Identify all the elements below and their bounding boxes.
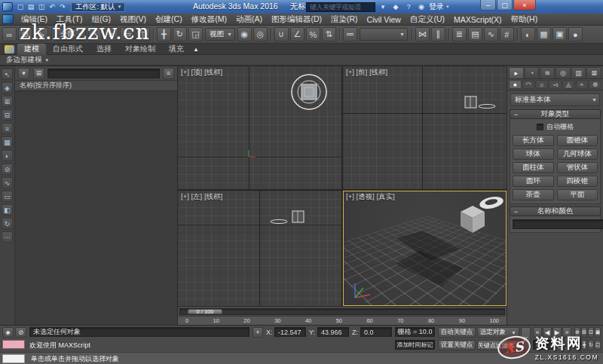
undo-icon[interactable]: ↶: [47, 2, 57, 12]
viewport-front[interactable]: [+] [前] [线框]: [343, 66, 507, 189]
spacewarps-category-icon[interactable]: ≈: [576, 80, 589, 89]
x-coordinate-field[interactable]: -12.547: [274, 327, 306, 337]
tab-modeling[interactable]: 建模: [17, 44, 46, 55]
explorer-more-icon[interactable]: ⋯: [2, 231, 13, 243]
explorer-pin-icon[interactable]: ◈: [2, 82, 13, 93]
edit-named-sets-icon[interactable]: ≔: [343, 27, 357, 41]
box-button[interactable]: 长方体: [513, 135, 554, 146]
menu-modifiers[interactable]: 修改器(M): [187, 14, 231, 26]
menu-animation[interactable]: 动画(A): [231, 14, 267, 26]
explorer-remove-icon[interactable]: ⊟: [2, 109, 13, 121]
track-bar[interactable]: 0 10 20 30 40 50 60 70 80 90 100: [178, 316, 507, 325]
time-slider-track[interactable]: 0 / 100: [179, 308, 505, 315]
teapot-button[interactable]: 茶壶: [513, 189, 554, 200]
menu-graph-editors[interactable]: 图形编辑器(D): [267, 14, 326, 26]
align-icon[interactable]: ∥: [431, 27, 445, 41]
select-and-manipulate-icon[interactable]: ◎: [253, 27, 268, 41]
geosphere-button[interactable]: 几何球体: [557, 148, 598, 160]
lights-category-icon[interactable]: ☼: [535, 80, 548, 89]
pyramid-button[interactable]: 四棱锥: [557, 176, 598, 187]
modify-tab[interactable]: ◔: [525, 67, 540, 78]
explorer-sort-header[interactable]: 名称(按升序排序): [15, 81, 177, 91]
sphere-button[interactable]: 球体: [513, 148, 554, 160]
render-setup-icon[interactable]: ▦: [537, 27, 551, 41]
menu-help[interactable]: 帮助(H): [507, 14, 543, 26]
plane-button[interactable]: 平面: [557, 189, 598, 200]
explorer-list-icon[interactable]: ≡: [2, 123, 13, 134]
motion-tab[interactable]: ◎: [556, 67, 571, 78]
autogrid-checkbox[interactable]: [537, 124, 543, 130]
helpers-category-icon[interactable]: ◬: [562, 80, 575, 89]
explorer-options-icon[interactable]: ≡: [163, 68, 174, 79]
macro-recorder-strip[interactable]: [2, 340, 25, 349]
primitive-category-dropdown[interactable]: 标准基本体 ▼: [510, 93, 600, 106]
menu-customize[interactable]: 自定义(U): [406, 14, 449, 26]
close-button[interactable]: ×: [513, 0, 536, 11]
menu-create[interactable]: 创建(C): [151, 14, 187, 26]
hierarchy-tab[interactable]: ≋: [540, 67, 555, 78]
box-and-torus-front-view[interactable]: [464, 93, 498, 113]
select-and-scale-icon[interactable]: ◲: [188, 27, 203, 41]
cameras-category-icon[interactable]: ◅: [549, 80, 562, 89]
geometry-category-icon[interactable]: ●: [509, 80, 522, 89]
minimize-button[interactable]: –: [480, 0, 496, 11]
select-and-link-icon[interactable]: ∞: [2, 27, 17, 41]
explorer-select-icon[interactable]: ↖: [2, 69, 13, 80]
create-tab[interactable]: ▸: [509, 67, 524, 78]
set-key-button[interactable]: 设置关键点: [438, 340, 476, 350]
snaps-toggle-icon[interactable]: ∪: [274, 27, 289, 41]
viewport-left[interactable]: [+] [左] [线框]: [178, 191, 341, 306]
viewport-top-label[interactable]: [+] [顶] [线框]: [181, 68, 222, 78]
object-type-rollout[interactable]: − 对象类型: [510, 109, 601, 119]
tab-freeform[interactable]: 自由形式: [46, 44, 90, 55]
search-options-icon[interactable]: ▾: [378, 2, 388, 12]
ribbon-config-icon[interactable]: [5, 45, 14, 54]
shapes-category-icon[interactable]: ◠: [522, 80, 535, 89]
viewport-left-label[interactable]: [+] [左] [线框]: [181, 192, 222, 202]
box-and-torus-left-view[interactable]: [270, 207, 309, 227]
explorer-add-icon[interactable]: ⊞: [2, 96, 13, 107]
tab-object-paint[interactable]: 对象绘制: [118, 44, 162, 55]
tab-selection[interactable]: 选择: [90, 44, 118, 55]
maxscript-listener-strip[interactable]: [2, 354, 25, 363]
ribbon-toggle-icon[interactable]: ▤: [468, 27, 482, 41]
explorer-sync-icon[interactable]: ↻: [2, 218, 13, 229]
explorer-lock-icon[interactable]: ⊘: [2, 164, 13, 175]
y-coordinate-field[interactable]: 43.966: [317, 327, 349, 337]
curve-editor-icon[interactable]: ∿: [484, 27, 498, 41]
viewport-perspective-label[interactable]: [+] [透视] [真实]: [346, 192, 395, 202]
user-avatar-icon[interactable]: ◉: [416, 2, 427, 12]
tab-populate[interactable]: 填充: [162, 44, 191, 55]
time-slider-handle[interactable]: 0 / 100: [188, 309, 222, 314]
new-scene-icon[interactable]: ▢: [15, 2, 26, 12]
select-and-rotate-icon[interactable]: ↻: [173, 27, 187, 41]
torus-and-box-top-view[interactable]: [289, 72, 329, 112]
max-app-icon[interactable]: [2, 2, 13, 11]
torus-object[interactable]: [477, 194, 506, 212]
isolate-selection-icon[interactable]: ◈: [2, 327, 14, 338]
cylinder-button[interactable]: 圆柱体: [513, 162, 554, 173]
ribbon-minimize-icon[interactable]: ▴: [191, 44, 201, 54]
schematic-view-icon[interactable]: #: [500, 27, 514, 41]
use-pivot-point-icon[interactable]: ◉: [237, 27, 252, 41]
menu-maxscript[interactable]: MAXScript(X): [449, 14, 507, 26]
selection-lock-icon[interactable]: ⊘: [15, 327, 26, 338]
explorer-display-dropdown-icon[interactable]: ▾: [18, 68, 29, 79]
reference-coordinate-dropdown[interactable]: 视图▼: [205, 28, 235, 41]
percent-snap-icon[interactable]: %: [306, 27, 320, 41]
explorer-grid-icon[interactable]: ▦: [2, 136, 13, 148]
maximize-button[interactable]: ▢: [497, 0, 513, 11]
display-tab[interactable]: ▥: [571, 67, 586, 78]
name-color-rollout[interactable]: − 名称和颜色: [510, 206, 601, 216]
rendered-frame-icon[interactable]: ▣: [552, 27, 567, 41]
absolute-mode-icon[interactable]: +: [253, 327, 263, 338]
favorites-icon[interactable]: ◆: [390, 2, 401, 12]
tube-button[interactable]: 管状体: [557, 162, 598, 173]
workspace-dropdown[interactable]: 工作区: 默认 ▾: [71, 2, 125, 12]
systems-category-icon[interactable]: ⊛: [589, 80, 601, 89]
signin-caret-icon[interactable]: ▾: [446, 4, 449, 10]
render-production-icon[interactable]: ●: [568, 27, 583, 41]
angle-snap-icon[interactable]: ∠: [290, 27, 305, 41]
help-icon[interactable]: ?: [403, 2, 414, 12]
material-editor-icon[interactable]: ◐: [521, 27, 535, 41]
